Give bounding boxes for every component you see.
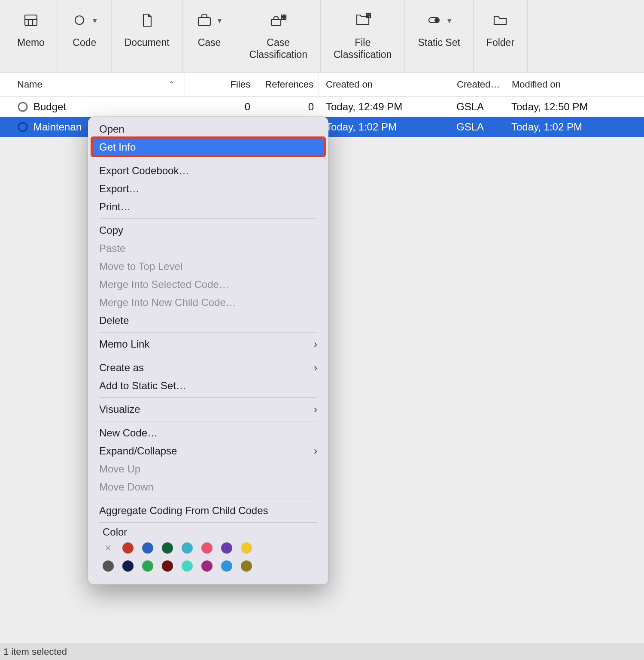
color-swatch[interactable] <box>182 560 193 572</box>
menu-item-open[interactable]: Open <box>91 120 325 138</box>
chevron-down-icon: ▼ <box>216 17 223 25</box>
menu-item-copy[interactable]: Copy <box>91 221 325 239</box>
menu-separator <box>99 397 317 398</box>
toolbar-label: Folder <box>486 36 514 61</box>
color-swatch[interactable] <box>103 560 114 572</box>
menu-item-export-codebook[interactable]: Export Codebook… <box>91 162 325 180</box>
menu-item-export[interactable]: Export… <box>91 180 325 198</box>
toolbar-folder[interactable]: Folder <box>474 0 528 73</box>
menu-separator <box>99 218 317 219</box>
chevron-down-icon: ▼ <box>446 17 453 25</box>
row-created-on: Today, 1:02 PM <box>319 117 448 137</box>
toolbar: Memo▼CodeDocument▼CaseCase Classificatio… <box>0 0 644 73</box>
menu-item-delete[interactable]: Delete <box>91 312 325 330</box>
column-name[interactable]: Name ⌃ <box>0 79 185 90</box>
menu-item-visualize[interactable]: Visualize› <box>91 400 325 418</box>
color-swatch[interactable] <box>221 560 232 572</box>
color-swatch[interactable] <box>162 560 173 572</box>
folder-icon <box>492 12 509 30</box>
menu-item-merge-into-new-child-code: Merge Into New Child Code… <box>91 294 325 312</box>
color-swatch[interactable] <box>142 542 153 554</box>
code-icon <box>71 12 88 30</box>
toolbar-label: Case <box>198 36 221 61</box>
menu-item-memo-link[interactable]: Memo Link› <box>91 335 325 353</box>
svg-point-4 <box>75 16 84 24</box>
menu-item-label: Paste <box>99 242 125 254</box>
toolbar-static-set[interactable]: ▼Static Set <box>405 0 473 73</box>
case-class-icon <box>270 12 287 30</box>
case-icon <box>196 12 213 30</box>
menu-item-label: Export Codebook… <box>99 165 189 177</box>
toolbar-case[interactable]: ▼Case <box>183 0 237 73</box>
color-none[interactable]: × <box>103 543 114 553</box>
menu-item-add-to-static-set[interactable]: Add to Static Set… <box>91 377 325 395</box>
menu-item-label: Open <box>99 123 125 135</box>
toolbar-code[interactable]: ▼Code <box>58 0 112 73</box>
toolbar-label: Code <box>73 36 96 61</box>
color-swatch[interactable] <box>201 560 213 572</box>
column-created-on[interactable]: Created on <box>319 79 448 90</box>
menu-item-label: Memo Link <box>99 338 149 350</box>
menu-item-new-code[interactable]: New Code… <box>91 424 325 442</box>
menu-item-expand-collapse[interactable]: Expand/Collapse› <box>91 442 325 460</box>
color-swatch[interactable] <box>201 542 213 554</box>
color-swatch[interactable] <box>241 560 252 572</box>
menu-separator <box>99 522 317 523</box>
menu-separator <box>99 332 317 333</box>
color-swatch[interactable] <box>221 542 232 554</box>
menu-separator <box>99 499 317 499</box>
menu-item-label: Move Up <box>99 463 140 475</box>
menu-item-label: Print… <box>99 201 131 213</box>
menu-item-label: Copy <box>99 224 123 236</box>
memo-icon <box>22 12 39 30</box>
row-modified-on: Today, 12:50 PM <box>503 97 632 117</box>
menu-item-move-down: Move Down <box>91 478 325 496</box>
code-node-icon <box>17 101 28 112</box>
column-modified-on[interactable]: Modified on <box>503 73 632 96</box>
svg-point-18 <box>18 123 27 131</box>
table-row[interactable]: Budget00Today, 12:49 PMGSLAToday, 12:50 … <box>0 97 644 117</box>
color-swatch[interactable] <box>162 542 173 554</box>
row-modified-on: Today, 1:02 PM <box>503 117 632 137</box>
color-swatch[interactable] <box>142 560 153 572</box>
chevron-right-icon: › <box>314 445 317 457</box>
row-created-on: Today, 12:49 PM <box>319 97 448 117</box>
menu-item-create-as[interactable]: Create as› <box>91 359 325 377</box>
menu-item-label: Visualize <box>99 403 140 415</box>
menu-item-label: New Code… <box>99 427 158 439</box>
column-references[interactable]: References <box>255 73 319 96</box>
context-menu: OpenGet InfoExport Codebook…Export…Print… <box>88 117 328 584</box>
color-picker: Color× <box>91 525 325 572</box>
color-swatch[interactable] <box>241 542 252 554</box>
color-swatch[interactable] <box>122 560 134 572</box>
menu-item-get-info[interactable]: Get Info <box>91 138 325 156</box>
svg-rect-0 <box>25 15 37 25</box>
menu-item-paste: Paste <box>91 239 325 257</box>
row-name: Maintenan <box>33 121 82 133</box>
menu-item-print[interactable]: Print… <box>91 198 325 216</box>
code-node-icon <box>17 121 28 133</box>
color-swatch[interactable] <box>182 542 193 554</box>
menu-item-label: Merge Into New Child Code… <box>99 297 236 309</box>
document-icon <box>138 12 155 30</box>
toolbar-label: Memo <box>17 36 45 61</box>
toolbar-memo[interactable]: Memo <box>4 0 58 73</box>
menu-item-label: Move Down <box>99 481 154 493</box>
toolbar-file-class[interactable]: File Classification <box>321 0 405 73</box>
table-header: Name ⌃ Files References Created on Creat… <box>0 73 644 97</box>
color-swatch[interactable] <box>122 542 134 554</box>
toolbar-label: Document <box>125 36 170 61</box>
toolbar-document[interactable]: Document <box>112 0 183 73</box>
menu-item-aggregate-coding-from-child-codes[interactable]: Aggregate Coding From Child Codes <box>91 502 325 520</box>
toolbar-case-class[interactable]: Case Classification <box>236 0 321 73</box>
svg-rect-12 <box>369 13 371 15</box>
menu-item-move-to-top-level: Move to Top Level <box>91 257 325 276</box>
column-files[interactable]: Files <box>217 79 255 90</box>
column-created-by[interactable]: Created… <box>448 73 503 96</box>
menu-item-label: Expand/Collapse <box>99 445 177 457</box>
menu-item-move-up: Move Up <box>91 460 325 478</box>
menu-item-label: Export… <box>99 183 139 195</box>
svg-rect-8 <box>284 15 286 17</box>
menu-item-label: Aggregate Coding From Child Codes <box>99 505 268 517</box>
chevron-right-icon: › <box>314 338 317 350</box>
